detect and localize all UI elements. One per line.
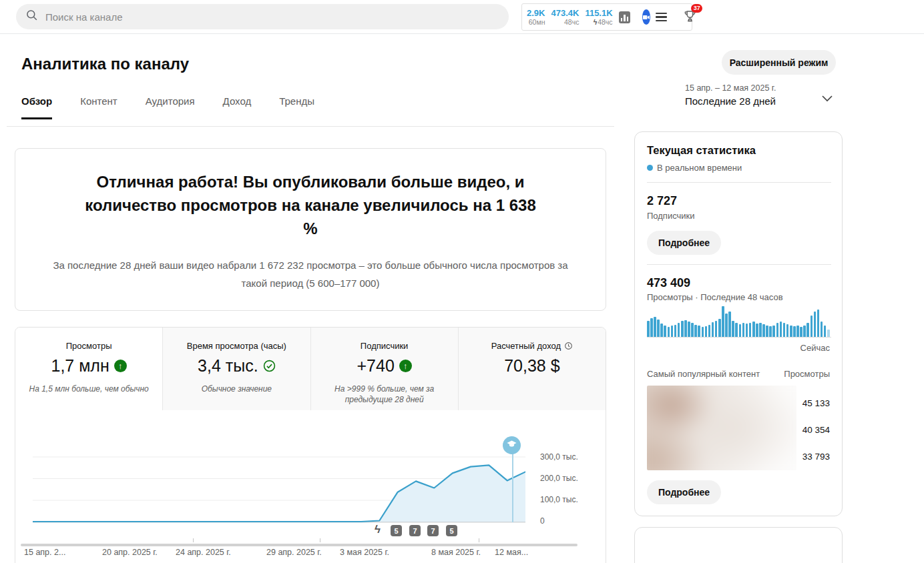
metric-tab[interactable]: Подписчики +740↑ На >999 % больше, чем з…: [310, 328, 458, 410]
sparkline-bar: [678, 323, 680, 337]
analytics-bars-icon[interactable]: [619, 11, 631, 23]
topbar: 2.9K 60мн473.4K 48чс115.1K ϟ48чс 37: [0, 0, 924, 34]
up-arrow-icon: ↑: [114, 360, 127, 372]
sparkline-bar: [691, 323, 694, 337]
subscribers-count: 2 727: [647, 194, 677, 208]
shorts-icon[interactable]: ϟ: [375, 523, 381, 536]
advanced-mode-button[interactable]: Расширенный режим: [722, 50, 836, 75]
sparkline-bar: [722, 306, 724, 337]
divider: [7, 126, 614, 127]
sparkline-bar: [650, 318, 653, 337]
sparkline-bar: [756, 324, 758, 337]
top-content-thumbnails-blurred[interactable]: [647, 386, 796, 470]
channel-search[interactable]: [16, 4, 509, 29]
metric-label: Просмотры: [15, 341, 162, 351]
sparkline-bar: [684, 320, 687, 337]
sparkline-bar: [664, 326, 666, 337]
sparkline-bar: [790, 326, 792, 338]
camera-icon[interactable]: [642, 9, 650, 25]
achievements-button[interactable]: 37: [683, 9, 697, 26]
graduation-cap-icon: [506, 438, 517, 452]
sparkline-bar: [698, 326, 700, 337]
sparkline-bar: [681, 321, 684, 337]
published-count-badge[interactable]: 5: [446, 525, 457, 536]
tab-тренды[interactable]: Тренды: [279, 95, 314, 119]
sparkline-bar: [803, 326, 806, 337]
sparkline-bar: [654, 317, 656, 337]
sparkline-bar: [674, 325, 677, 337]
sparkline-bar: [735, 323, 738, 337]
shorts-icon: ϟ: [594, 18, 598, 26]
metric-tabs: Просмотры 1,7 млн↑ На 1,5 млн больше, че…: [15, 328, 606, 410]
channel-stats-widget: 2.9K 60мн473.4K 48чс115.1K ϟ48чс 37: [521, 3, 692, 31]
subscribers-details-button[interactable]: Подробнее: [647, 231, 721, 255]
views-column-header: Просмотры: [784, 369, 830, 379]
y-axis-tick: 200,0 тыс.: [540, 474, 578, 483]
metric-label: Подписчики: [311, 341, 458, 351]
metric-tab[interactable]: Расчетный доход 70,38 $: [458, 328, 606, 410]
stat-item[interactable]: 2.9K 60мн: [527, 8, 545, 26]
sparkline-bar: [766, 326, 768, 338]
sparkline-bar: [800, 327, 802, 337]
top-content-details-button[interactable]: Подробнее: [647, 480, 721, 504]
metric-value: 1,7 млн↑: [15, 356, 162, 376]
metric-label: Время просмотра (часы): [163, 341, 310, 351]
sparkline-bar: [827, 330, 830, 337]
date-picker-dropdown[interactable]: [822, 93, 833, 105]
search-icon: [25, 9, 39, 25]
sparkline-bar: [796, 326, 799, 337]
metric-label: Расчетный доход: [459, 341, 606, 351]
published-count-badge[interactable]: 5: [391, 525, 402, 536]
sparkline-bar: [793, 326, 796, 337]
clock-icon: [564, 342, 573, 350]
top-content-view-count: 45 133: [802, 398, 830, 408]
metric-tab[interactable]: Время просмотра (часы) 3,4 тыс. Обычное …: [162, 328, 310, 410]
sparkline-bar: [821, 322, 823, 337]
axis-tick: [479, 538, 479, 542]
sparkline-bar: [660, 324, 663, 337]
milestone-marker-line: [512, 452, 513, 522]
sparkline-bar: [688, 322, 690, 337]
x-axis-tick: 24 апр. 2025 г.: [176, 548, 231, 557]
check-circle-icon: [263, 360, 276, 372]
tab-доход[interactable]: Доход: [223, 95, 252, 119]
tab-обзор[interactable]: Обзор: [21, 95, 52, 119]
published-count-badge[interactable]: 7: [409, 525, 421, 536]
period-label: Последние 28 дней: [685, 95, 776, 107]
sparkline-bar: [769, 326, 772, 337]
milestone-marker[interactable]: [503, 436, 521, 454]
sparkline-bar: [715, 321, 718, 337]
up-arrow-icon: ↑: [399, 360, 412, 372]
menu-icon[interactable]: [656, 13, 667, 22]
sparkline-bar: [712, 322, 714, 337]
sparkline-bar: [705, 326, 708, 337]
stat-item[interactable]: 115.1K ϟ48чс: [585, 8, 612, 26]
tab-контент[interactable]: Контент: [80, 95, 118, 119]
y-axis-tick: 300,0 тыс.: [540, 452, 578, 462]
notification-badge: 37: [691, 4, 702, 13]
x-axis-tick: 3 мая 2025 г.: [340, 548, 389, 557]
x-axis-tick: 8 мая 2025 г.: [431, 548, 481, 557]
y-axis-tick: 0: [540, 516, 545, 526]
metric-tab[interactable]: Просмотры 1,7 млн↑ На 1,5 млн больше, че…: [15, 328, 162, 410]
sparkline-bar: [783, 323, 786, 337]
sparkline-bar: [728, 312, 731, 337]
metric-value: +740↑: [311, 356, 458, 376]
sparkline-bar: [732, 321, 734, 337]
metric-value: 3,4 тыс.: [163, 356, 310, 376]
stat-value: 115.1K: [585, 8, 612, 18]
youtube-studio-analytics-page: 2.9K 60мн473.4K 48чс115.1K ϟ48чс 37: [0, 0, 924, 563]
timeline-scrubber[interactable]: [21, 544, 578, 546]
stat-value: 473.4K: [551, 8, 579, 18]
stat-item[interactable]: 473.4K 48чс: [551, 8, 579, 26]
tab-аудитория[interactable]: Аудитория: [146, 95, 195, 119]
views-line-chart[interactable]: [33, 441, 525, 524]
axis-tick: [193, 538, 194, 542]
divider: [647, 264, 831, 265]
sparkline-bar: [694, 325, 697, 337]
published-count-badge[interactable]: 7: [427, 525, 439, 536]
search-input[interactable]: [45, 11, 499, 23]
sparkline-bar: [647, 321, 650, 337]
divider: [647, 182, 831, 183]
top-content-header: Самый популярный контент: [647, 369, 760, 379]
